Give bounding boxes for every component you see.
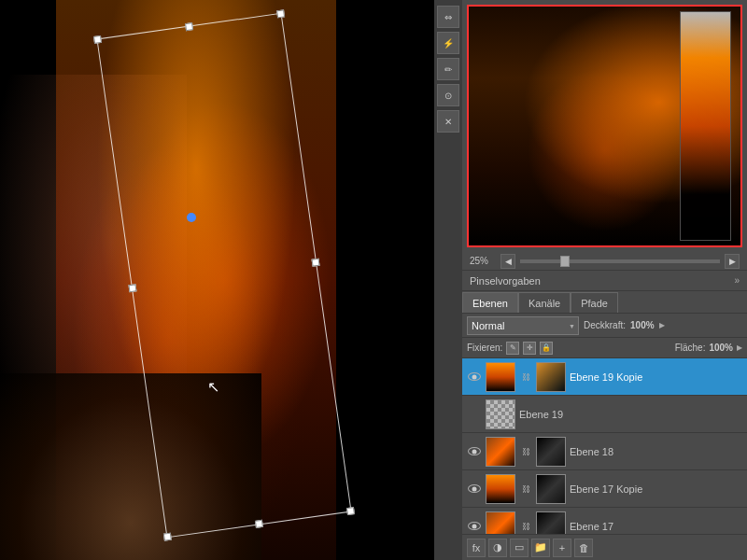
transform-handle-right-middle[interactable] bbox=[312, 259, 320, 267]
layer-item-ebene18[interactable]: ⛓ Ebene 18 bbox=[462, 433, 747, 470]
layer-chain-3: ⛓ bbox=[519, 445, 532, 458]
layer-group-button[interactable]: 📁 bbox=[531, 539, 550, 557]
eye-icon-3 bbox=[468, 447, 481, 455]
layer-name-1: Ebene 19 Kopie bbox=[570, 371, 742, 383]
fix-row: Fixieren: ✎ ✛ 🔒 Fläche: 100% ▶ bbox=[462, 338, 747, 358]
opacity-label: Deckkraft: bbox=[584, 320, 626, 330]
transform-handle-top-right[interactable] bbox=[276, 9, 285, 18]
right-panel: ⇔ ⚡ ✏ ⊙ ✕ 25% ◀ bbox=[434, 0, 747, 560]
layer-item-ebene17[interactable]: ⛓ Ebene 17 bbox=[462, 508, 747, 534]
canvas-content: ↖ bbox=[0, 0, 434, 560]
zoom-nav-left[interactable]: ◀ bbox=[500, 254, 515, 269]
transform-handle-left-middle[interactable] bbox=[128, 284, 136, 292]
layer-mask-1 bbox=[536, 362, 566, 392]
transform-handle-top-middle[interactable] bbox=[185, 22, 193, 31]
layer-thumb-5 bbox=[486, 511, 515, 535]
layer-fx-button[interactable]: fx bbox=[467, 539, 486, 557]
layer-thumb-1 bbox=[486, 362, 515, 392]
flaeche-value: 100% bbox=[709, 343, 733, 353]
tool-usb[interactable]: ⚡ bbox=[437, 32, 459, 54]
fix-label: Fixieren: bbox=[467, 343, 502, 353]
transform-handle-bottom-left[interactable] bbox=[163, 533, 172, 541]
layer-name-5: Ebene 17 bbox=[570, 521, 742, 532]
eye-icon-1 bbox=[468, 372, 481, 381]
opacity-dropdown-arrow[interactable]: ▶ bbox=[659, 321, 665, 329]
flaeche-dropdown-arrow[interactable]: ▶ bbox=[737, 343, 742, 352]
layer-preview-strip bbox=[680, 11, 731, 241]
pinselvorgaben-bar[interactable]: Pinselvorgaben » bbox=[462, 271, 747, 291]
tab-pfade[interactable]: Pfade bbox=[571, 292, 618, 313]
tool-settings[interactable]: ✕ bbox=[437, 110, 459, 133]
blend-mode-select[interactable]: Normal Auflösen Multiplizieren bbox=[467, 316, 579, 335]
app-container: ↖ ⇔ ⚡ ✏ ⊙ ✕ bbox=[0, 0, 747, 560]
layer-visibility-5[interactable] bbox=[467, 519, 482, 534]
layer-visibility-3[interactable] bbox=[467, 444, 482, 459]
zoom-nav-right[interactable]: ▶ bbox=[725, 254, 740, 269]
blend-mode-wrapper: Normal Auflösen Multiplizieren bbox=[467, 316, 579, 335]
tab-kanaele[interactable]: Kanäle bbox=[518, 292, 571, 313]
layer-name-4: Ebene 17 Kopie bbox=[570, 483, 742, 495]
layer-chain-1: ⛓ bbox=[519, 371, 532, 384]
tabs-bar: Ebenen Kanäle Pfade bbox=[462, 291, 747, 314]
transform-handle-top-left[interactable] bbox=[93, 35, 102, 44]
zoom-slider[interactable] bbox=[520, 259, 720, 263]
layer-thumb-4 bbox=[486, 474, 515, 504]
right-panel-inner: ⇔ ⚡ ✏ ⊙ ✕ 25% ◀ bbox=[434, 0, 747, 560]
layer-mask-3 bbox=[536, 437, 566, 467]
layer-bottom-bar: fx ◑ ▭ 📁 + 🗑 bbox=[462, 534, 747, 560]
tool-move[interactable]: ⇔ bbox=[437, 6, 459, 28]
tab-ebenen[interactable]: Ebenen bbox=[462, 292, 518, 313]
layer-chain-5: ⛓ bbox=[519, 520, 532, 533]
layer-thumb-3 bbox=[486, 437, 515, 467]
layer-chain-4: ⛓ bbox=[519, 483, 532, 496]
preview-image bbox=[469, 7, 740, 245]
fix-icon-pencil[interactable]: ✎ bbox=[506, 342, 519, 355]
layer-new-button[interactable]: + bbox=[553, 539, 571, 557]
anchor-point[interactable] bbox=[187, 213, 196, 222]
pinselvorgaben-label: Pinselvorgaben bbox=[470, 275, 541, 287]
layer-mask-4 bbox=[536, 474, 566, 504]
layer-item-ebene17kopie[interactable]: ⛓ Ebene 17 Kopie bbox=[462, 470, 747, 508]
panel-content: 25% ◀ ▶ Pinselvorgaben » Ebenen bbox=[462, 0, 747, 560]
eye-icon-4 bbox=[468, 484, 481, 493]
tool-camera[interactable]: ⊙ bbox=[437, 84, 459, 106]
layer-controls: Normal Auflösen Multiplizieren Deckkraft… bbox=[462, 314, 747, 338]
canvas-area: ↖ bbox=[0, 0, 434, 560]
tool-strip: ⇔ ⚡ ✏ ⊙ ✕ bbox=[434, 0, 462, 560]
layer-item-ebene19kopie[interactable]: ⛓ Ebene 19 Kopie bbox=[462, 358, 747, 396]
opacity-value: 100% bbox=[630, 320, 655, 330]
layer-visibility-2[interactable] bbox=[467, 407, 482, 422]
flaeche-label: Fläche: bbox=[675, 343, 706, 353]
layer-visibility-4[interactable] bbox=[467, 482, 482, 497]
layer-mask-button[interactable]: ▭ bbox=[510, 539, 529, 557]
transform-handle-bottom-middle[interactable] bbox=[255, 520, 263, 528]
preview-area bbox=[467, 5, 742, 247]
layers-list[interactable]: ⛓ Ebene 19 Kopie Ebene 19 bbox=[462, 358, 747, 534]
transform-handle-bottom-right[interactable] bbox=[346, 507, 355, 515]
fix-icon-lock[interactable]: 🔒 bbox=[540, 342, 553, 355]
pinselvorgaben-arrow: » bbox=[734, 275, 740, 286]
eye-icon-5 bbox=[468, 522, 481, 530]
layer-delete-button[interactable]: 🗑 bbox=[574, 539, 593, 557]
layer-visibility-1[interactable] bbox=[467, 370, 482, 385]
zoom-value: 25% bbox=[470, 256, 496, 266]
layer-name-2: Ebene 19 bbox=[519, 409, 742, 420]
tool-brush[interactable]: ✏ bbox=[437, 58, 459, 80]
cursor: ↖ bbox=[207, 378, 222, 393]
layer-name-3: Ebene 18 bbox=[570, 446, 742, 457]
layer-adjustment-button[interactable]: ◑ bbox=[488, 539, 507, 557]
zoom-bar: 25% ◀ ▶ bbox=[462, 252, 747, 271]
layer-thumb-2 bbox=[486, 399, 515, 429]
zoom-slider-thumb[interactable] bbox=[560, 256, 570, 267]
fix-icon-cross[interactable]: ✛ bbox=[523, 342, 536, 355]
layer-item-ebene19[interactable]: Ebene 19 bbox=[462, 396, 747, 433]
layer-mask-5 bbox=[536, 511, 566, 535]
